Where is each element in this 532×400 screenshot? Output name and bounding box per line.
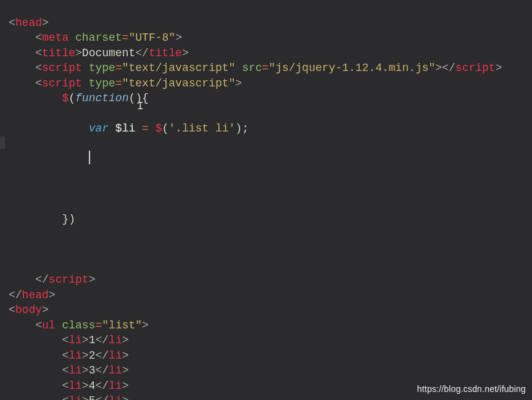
code-line: <li>4</li> [9,380,129,392]
code-line: <body> [9,304,49,316]
code-line: I [9,107,142,120]
code-line: </head> [9,289,56,301]
code-line: <meta charset="UTF-8"> [9,31,182,44]
code-line [9,168,15,180]
watermark-text: https://blog.csdn.net/ifubing [417,381,526,397]
code-line: }) [9,213,75,225]
code-line: <li>1</li> [9,334,129,346]
code-line: <title>Document</title> [9,47,189,59]
code-line: <ul class="list"> [9,319,149,331]
code-line [9,183,15,195]
code-line [9,243,15,256]
code-line: </script> [9,273,95,286]
code-line [9,228,15,241]
code-line: var $li = $('.list li'); [9,122,249,135]
code-line: <script type="text/javascript" src="js/j… [9,62,502,74]
cursor-icon [89,151,90,164]
code-line: <script type="text/javascript"> [9,77,242,90]
code-line: <li>3</li> [9,364,129,377]
code-line [9,198,15,210]
text-caret-icon: I [137,99,144,114]
code-line: <head> [9,17,49,29]
code-line: <li>2</li> [9,349,129,362]
code-line: $(function(){ [9,92,149,104]
code-line [9,259,15,271]
code-line [9,152,90,165]
gutter-highlight [0,136,5,149]
code-editor[interactable]: <head> <meta charset="UTF-8"> <title>Doc… [9,0,532,400]
code-line: <li>5</li> [9,394,129,400]
code-line [9,138,15,150]
